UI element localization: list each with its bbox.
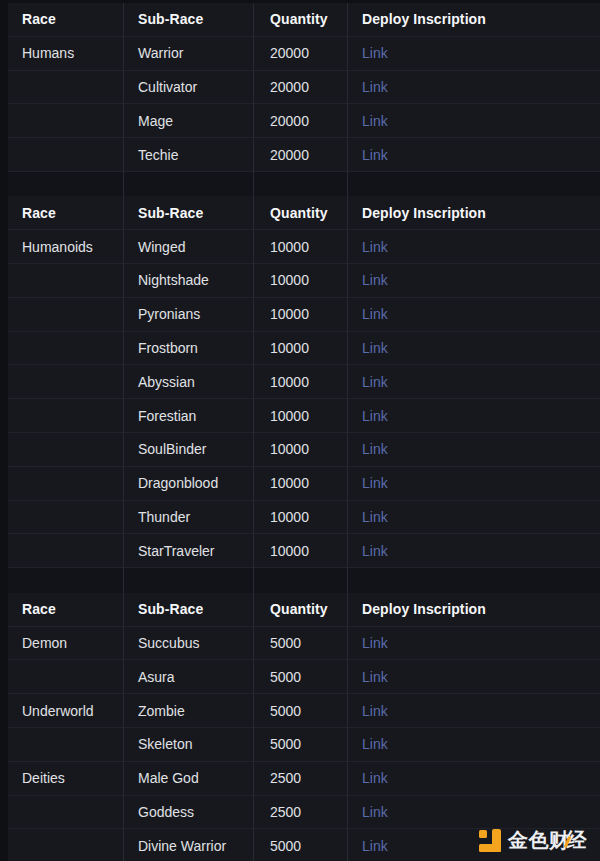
sub-race-cell: Succubus — [123, 627, 253, 661]
table-row: Skeleton5000Link — [8, 728, 600, 762]
table-row: UnderworldZombie5000Link — [8, 694, 600, 728]
sub-race-cell: Male God — [123, 762, 253, 796]
gap-cell — [123, 172, 253, 197]
race-cell — [8, 829, 123, 861]
race-cell — [8, 365, 123, 399]
table-row: Thunder10000Link — [8, 501, 600, 535]
quantity-cell: 5000 — [253, 728, 347, 762]
deploy-link[interactable]: Link — [362, 306, 388, 322]
deploy-link[interactable]: Link — [362, 79, 388, 95]
race-cell — [8, 534, 123, 568]
sub-race-cell: Techie — [123, 138, 253, 172]
deploy-link[interactable]: Link — [362, 374, 388, 390]
column-header-race: Race — [8, 3, 123, 37]
table-row: HumansWarrior20000Link — [8, 37, 600, 71]
table-row: Cultivator20000Link — [8, 71, 600, 105]
deploy-link[interactable]: Link — [362, 509, 388, 525]
table-row: StarTraveler10000Link — [8, 534, 600, 568]
quantity-cell: 10000 — [253, 332, 347, 366]
quantity-cell: 10000 — [253, 365, 347, 399]
header-row: RaceSub-RaceQuantityDeploy Inscription — [8, 196, 600, 230]
deploy-inscription-cell: Link — [347, 694, 600, 728]
table-row: Forestian10000Link — [8, 399, 600, 433]
race-cell — [8, 796, 123, 830]
deploy-link[interactable]: Link — [362, 408, 388, 424]
table-row: HumanoidsWinged10000Link — [8, 230, 600, 264]
table-demon-underworld-deities: RaceSub-RaceQuantityDeploy InscriptionDe… — [8, 593, 600, 861]
race-cell — [8, 433, 123, 467]
sub-race-cell: StarTraveler — [123, 534, 253, 568]
quantity-cell: 20000 — [253, 71, 347, 105]
deploy-link[interactable]: Link — [362, 239, 388, 255]
deploy-link[interactable]: Link — [362, 838, 388, 854]
quantity-cell: 10000 — [253, 399, 347, 433]
table-row: DeitiesMale God2500Link — [8, 762, 600, 796]
column-header-deploy-inscription: Deploy Inscription — [347, 196, 600, 230]
table-row: Frostborn10000Link — [8, 332, 600, 366]
deploy-inscription-cell: Link — [347, 298, 600, 332]
race-cell — [8, 467, 123, 501]
deploy-link[interactable]: Link — [362, 703, 388, 719]
quantity-cell: 20000 — [253, 138, 347, 172]
race-cell: Underworld — [8, 694, 123, 728]
deploy-link[interactable]: Link — [362, 736, 388, 752]
column-header-race: Race — [8, 593, 123, 627]
table-row: Mage20000Link — [8, 104, 600, 138]
deploy-link[interactable]: Link — [362, 669, 388, 685]
deploy-link[interactable]: Link — [362, 113, 388, 129]
deploy-link[interactable]: Link — [362, 147, 388, 163]
quantity-cell: 10000 — [253, 298, 347, 332]
deploy-link[interactable]: Link — [362, 770, 388, 786]
deploy-inscription-cell: Link — [347, 501, 600, 535]
table-row: Asura5000Link — [8, 660, 600, 694]
deploy-link[interactable]: Link — [362, 441, 388, 457]
quantity-cell: 10000 — [253, 467, 347, 501]
race-cell: Demon — [8, 627, 123, 661]
deploy-link[interactable]: Link — [362, 543, 388, 559]
deploy-link[interactable]: Link — [362, 340, 388, 356]
quantity-cell: 5000 — [253, 694, 347, 728]
gap-cell — [253, 568, 347, 593]
deploy-inscription-cell: Link — [347, 399, 600, 433]
sub-race-cell: Divine Warrior — [123, 829, 253, 861]
race-cell — [8, 660, 123, 694]
sub-race-cell: Winged — [123, 230, 253, 264]
logo-text-main: 金色财 — [508, 827, 570, 854]
table-row: Dragonblood10000Link — [8, 467, 600, 501]
table-row: Pyronians10000Link — [8, 298, 600, 332]
sub-race-cell: Asura — [123, 660, 253, 694]
quantity-cell: 10000 — [253, 534, 347, 568]
sub-race-cell: Mage — [123, 104, 253, 138]
table-gap — [8, 172, 600, 197]
quantity-cell: 10000 — [253, 230, 347, 264]
sub-race-cell: Nightshade — [123, 264, 253, 298]
sub-race-cell: Forestian — [123, 399, 253, 433]
race-cell — [8, 728, 123, 762]
gap-cell — [347, 568, 600, 593]
sub-race-cell: Skeleton — [123, 728, 253, 762]
deploy-link[interactable]: Link — [362, 635, 388, 651]
deploy-inscription-cell: Link — [347, 728, 600, 762]
race-cell — [8, 332, 123, 366]
quantity-cell: 5000 — [253, 829, 347, 861]
race-cell — [8, 501, 123, 535]
deploy-inscription-cell: Link — [347, 433, 600, 467]
deploy-link[interactable]: Link — [362, 804, 388, 820]
table-row: SoulBinder10000Link — [8, 433, 600, 467]
quantity-cell: 2500 — [253, 796, 347, 830]
deploy-link[interactable]: Link — [362, 45, 388, 61]
race-cell — [8, 298, 123, 332]
sub-race-cell: Goddess — [123, 796, 253, 830]
deploy-link[interactable]: Link — [362, 272, 388, 288]
race-cell — [8, 264, 123, 298]
table-humans: RaceSub-RaceQuantityDeploy InscriptionHu… — [8, 3, 600, 172]
column-header-deploy-inscription: Deploy Inscription — [347, 593, 600, 627]
quantity-cell: 10000 — [253, 264, 347, 298]
race-cell: Humans — [8, 37, 123, 71]
deploy-link[interactable]: Link — [362, 475, 388, 491]
deploy-inscription-cell: Link — [347, 762, 600, 796]
gap-cell — [347, 172, 600, 197]
deploy-inscription-cell: Link — [347, 71, 600, 105]
table-row: Abyssian10000Link — [8, 365, 600, 399]
deploy-inscription-cell: Link — [347, 104, 600, 138]
